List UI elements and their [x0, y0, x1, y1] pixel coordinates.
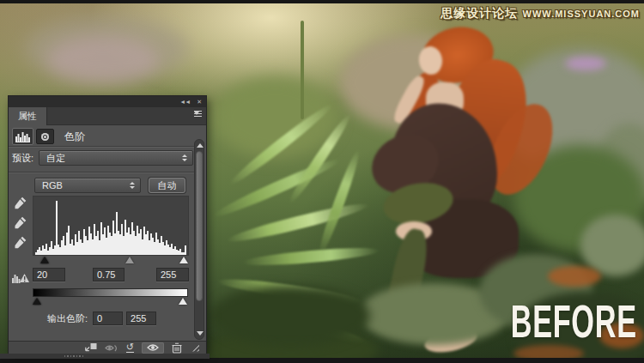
white-point-eyedropper-icon[interactable] [14, 235, 27, 249]
panel-footer-strip [0, 354, 210, 359]
photo-leaves [548, 266, 601, 287]
clip-to-layer-icon[interactable] [84, 342, 97, 354]
reset-adjustment-icon[interactable]: ↺ [126, 342, 134, 354]
preset-row: 预设: 自定 [9, 149, 194, 166]
view-previous-state-icon[interactable] [105, 342, 118, 354]
stepper-icon [130, 182, 135, 189]
output-shadow-input[interactable] [93, 312, 123, 325]
output-highlight-slider[interactable] [179, 298, 187, 305]
close-icon[interactable]: ✕ [197, 99, 201, 105]
photo-rock [580, 215, 644, 276]
resize-grip-icon[interactable] [191, 344, 199, 352]
histogram-bar [185, 245, 186, 255]
panel-scrollbar[interactable] [194, 139, 204, 340]
eyedropper-tools [14, 196, 33, 249]
shadow-input[interactable] [33, 268, 65, 281]
photo-leaves [513, 345, 584, 358]
drag-handle-dots[interactable] [64, 355, 83, 357]
photo-shape [211, 285, 370, 347]
output-highlight-input[interactable] [126, 312, 156, 325]
fern-frond [242, 245, 380, 269]
divider [9, 146, 194, 148]
toggle-visibility-icon[interactable] [142, 342, 164, 354]
adjustment-header-row: 色阶 [9, 127, 194, 146]
stepper-icon [182, 154, 187, 161]
histogram-bars [35, 198, 188, 255]
photo-shape [47, 36, 159, 83]
tab-properties[interactable]: 属性 [9, 107, 47, 125]
preset-value: 自定 [46, 152, 65, 165]
collapse-panel-icon[interactable]: ◄◄ [179, 99, 190, 105]
levels-histogram-icon[interactable] [12, 128, 33, 145]
output-levels-label: 输出色阶: [47, 312, 88, 325]
output-levels-row: 输出色阶: [9, 311, 194, 326]
auto-button[interactable]: 自动 [149, 178, 185, 193]
mask-circle-glyph [41, 133, 49, 141]
highlight-slider[interactable] [179, 257, 188, 263]
panel-tabbar: 属性 [9, 107, 206, 125]
watermark-url-text: WWW.MISSYUAN.COM [523, 9, 640, 19]
panel-titlebar: ◄◄ ✕ [9, 96, 206, 107]
output-shadow-slider[interactable] [33, 298, 41, 305]
gray-point-eyedropper-icon[interactable] [14, 215, 27, 229]
photo-shape [565, 57, 606, 70]
black-point-eyedropper-icon[interactable] [14, 196, 27, 209]
divider [9, 172, 194, 173]
preset-dropdown[interactable]: 自定 [39, 150, 193, 166]
top-border-strip [0, 0, 644, 3]
histogram-glyph [15, 131, 30, 142]
panel-toolbar: ↺ [9, 341, 206, 354]
screen: 思缘设计论坛 WWW.MISSYUAN.COM BEFORE ◄◄ ✕ 属性 [0, 0, 644, 363]
channel-row: RGB 自动 [9, 177, 194, 194]
scroll-up-icon[interactable] [197, 143, 204, 148]
output-sliders [33, 298, 188, 306]
watermark-cjk-text: 思缘设计论坛 [440, 6, 518, 20]
midtone-slider[interactable] [125, 257, 134, 263]
input-sliders [33, 257, 189, 264]
histogram-refresh-warning-icon[interactable] [12, 270, 30, 283]
clip-mask-icon[interactable] [36, 129, 54, 144]
menu-triangle-icon [194, 112, 199, 115]
channel-dropdown[interactable]: RGB [34, 178, 141, 193]
before-label: BEFORE [511, 299, 637, 344]
preset-label: 预设: [12, 152, 39, 165]
shadow-slider[interactable] [40, 257, 49, 263]
output-gradient-bar [33, 288, 188, 297]
photo-shape [301, 21, 304, 119]
properties-panel: ◄◄ ✕ 属性 [9, 96, 206, 354]
channel-value: RGB [42, 180, 63, 191]
scrollbar-thumb[interactable] [196, 151, 203, 301]
adjustment-title: 色阶 [64, 130, 85, 144]
histogram[interactable] [33, 196, 189, 256]
gamma-input[interactable] [93, 268, 125, 281]
delete-adjustment-icon[interactable] [172, 342, 182, 354]
highlight-input[interactable] [156, 268, 189, 281]
input-level-fields [33, 268, 189, 281]
watermark: 思缘设计论坛 WWW.MISSYUAN.COM [440, 5, 640, 21]
scroll-down-icon[interactable] [197, 331, 204, 336]
